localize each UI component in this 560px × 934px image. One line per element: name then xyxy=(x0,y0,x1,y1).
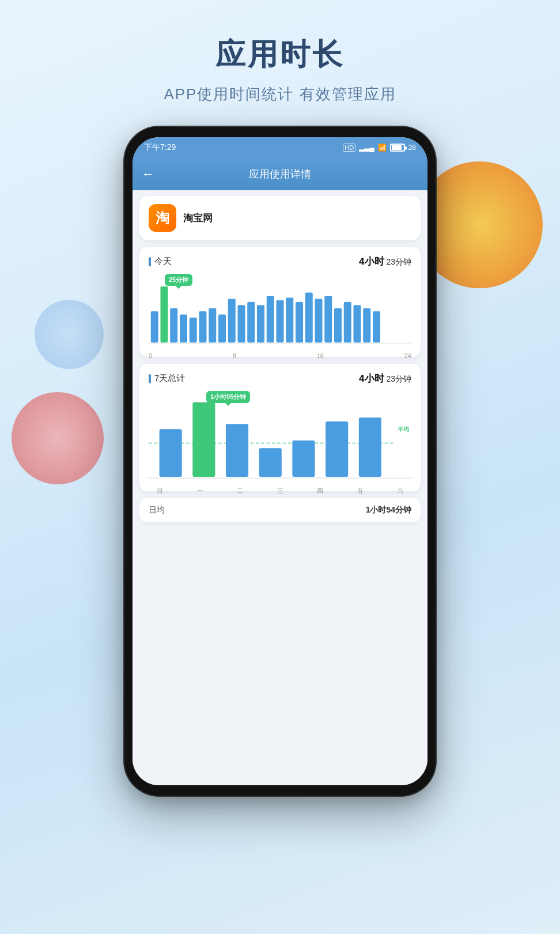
x-label-thu: 四 xyxy=(317,487,323,495)
phone-container: 下午7:29 HD ▂▃▄ 📶 28 ← 应用使用详情 xyxy=(124,127,436,796)
svg-rect-22 xyxy=(363,308,370,343)
blob-pink-decoration xyxy=(12,392,104,484)
svg-rect-14 xyxy=(286,297,293,342)
svg-rect-18 xyxy=(324,296,332,342)
svg-rect-16 xyxy=(305,293,313,343)
week-x-labels: 日 一 二 三 四 五 六 xyxy=(149,485,411,495)
svg-rect-1 xyxy=(160,287,168,343)
svg-rect-4 xyxy=(190,318,197,342)
battery-icon xyxy=(390,144,405,152)
x-label-24: 24 xyxy=(404,352,411,359)
back-button[interactable]: ← xyxy=(142,167,154,182)
nav-bar: ← 应用使用详情 xyxy=(133,158,427,190)
week-label: 7天总计 xyxy=(154,373,185,384)
svg-rect-11 xyxy=(257,305,264,342)
avg-line-label: 平均 xyxy=(398,425,409,434)
x-label-wed: 三 xyxy=(277,487,283,495)
x-label-tue: 二 xyxy=(237,487,243,495)
svg-rect-12 xyxy=(267,296,274,342)
daily-avg-label: 日均 xyxy=(149,505,165,515)
svg-rect-28 xyxy=(226,424,248,477)
svg-rect-17 xyxy=(315,299,322,342)
today-section-header: 今天 4小时 23分钟 xyxy=(149,255,411,268)
wifi-icon: 📶 xyxy=(378,144,387,152)
week-chart: 1小时05分钟 xyxy=(149,391,411,483)
page-header: 应用时长 APP使用时间统计 有效管理应用 xyxy=(0,0,560,104)
week-label-wrap: 7天总计 xyxy=(149,373,185,384)
svg-rect-29 xyxy=(259,448,282,477)
svg-rect-23 xyxy=(373,311,380,342)
blob-blue-decoration xyxy=(35,300,104,369)
today-chart-svg xyxy=(149,274,411,349)
today-label-wrap: 今天 xyxy=(149,256,172,267)
x-label-fri: 五 xyxy=(357,487,364,495)
week-time: 4小时 23分钟 xyxy=(359,372,411,385)
x-label-8: 8 xyxy=(233,352,236,359)
app-info-card: 淘 淘宝网 xyxy=(139,196,421,240)
svg-rect-21 xyxy=(353,305,361,342)
svg-rect-27 xyxy=(192,402,215,477)
week-dot xyxy=(149,374,151,383)
svg-rect-8 xyxy=(228,299,236,342)
app-icon-text: 淘 xyxy=(156,209,169,227)
svg-rect-5 xyxy=(199,311,206,342)
today-x-labels: 0 8 16 24 xyxy=(149,351,411,359)
daily-avg-card: 日均 1小时54分钟 xyxy=(139,498,421,522)
today-section-card: 今天 4小时 23分钟 25分钟 xyxy=(139,247,421,357)
content-area: 淘 淘宝网 今天 4小时 23分钟 xyxy=(133,190,427,785)
svg-rect-10 xyxy=(247,302,255,342)
battery-percent: 28 xyxy=(408,144,416,152)
status-bar: 下午7:29 HD ▂▃▄ 📶 28 xyxy=(133,137,427,158)
x-label-mon: 一 xyxy=(197,487,203,495)
svg-rect-13 xyxy=(276,300,283,343)
week-section-card: 7天总计 4小时 23分钟 1小时05分钟 xyxy=(139,364,421,491)
phone-frame: 下午7:29 HD ▂▃▄ 📶 28 ← 应用使用详情 xyxy=(124,127,436,796)
svg-rect-6 xyxy=(209,308,216,343)
app-icon: 淘 xyxy=(149,204,176,232)
daily-avg-value: 1小时54分钟 xyxy=(366,505,411,515)
x-label-0: 0 xyxy=(149,352,152,359)
x-label-sat: 六 xyxy=(397,487,403,495)
week-section-header: 7天总计 4小时 23分钟 xyxy=(149,372,411,385)
svg-rect-2 xyxy=(170,308,177,343)
svg-rect-31 xyxy=(326,421,348,477)
svg-rect-26 xyxy=(160,429,182,477)
x-label-16: 16 xyxy=(317,352,324,359)
svg-rect-9 xyxy=(237,305,245,342)
svg-rect-30 xyxy=(292,440,315,477)
svg-rect-32 xyxy=(359,417,381,477)
status-right: HD ▂▃▄ 📶 28 xyxy=(343,144,416,152)
svg-rect-20 xyxy=(344,302,351,342)
today-time: 4小时 23分钟 xyxy=(359,255,411,268)
svg-rect-0 xyxy=(151,311,158,342)
page-subtitle: APP使用时间统计 有效管理应用 xyxy=(0,84,560,104)
x-label-sun: 日 xyxy=(157,487,163,495)
nav-title: 应用使用详情 xyxy=(161,167,399,181)
hd-badge: HD xyxy=(343,144,355,152)
svg-rect-19 xyxy=(334,308,342,343)
phone-screen: 下午7:29 HD ▂▃▄ 📶 28 ← 应用使用详情 xyxy=(133,137,427,785)
signal-icon: ▂▃▄ xyxy=(359,144,374,152)
status-time: 下午7:29 xyxy=(144,142,176,153)
svg-rect-3 xyxy=(180,314,187,342)
today-dot xyxy=(149,257,151,266)
week-chart-svg xyxy=(149,391,411,483)
svg-rect-15 xyxy=(296,302,303,342)
app-name: 淘宝网 xyxy=(183,212,213,225)
svg-rect-7 xyxy=(218,314,226,342)
page-title: 应用时长 xyxy=(0,35,560,75)
today-chart: 25分钟 xyxy=(149,274,411,349)
today-label: 今天 xyxy=(154,256,172,267)
